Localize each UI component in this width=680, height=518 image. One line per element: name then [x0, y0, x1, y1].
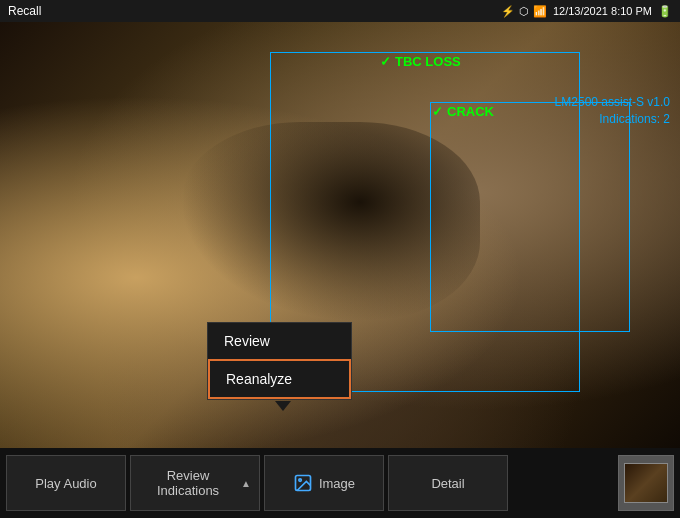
activity-icon: ⚡	[501, 5, 515, 18]
app-title: Recall	[8, 4, 41, 18]
review-indications-row: Review Indications ▲	[139, 468, 251, 498]
status-icons: ⚡ ⬡ 📶	[501, 5, 547, 18]
tbc-loss-label: TBC LOSS	[380, 54, 461, 69]
dropdown-item-review[interactable]: Review	[208, 323, 351, 359]
thumbnail-preview	[624, 463, 668, 503]
image-button[interactable]: Image	[264, 455, 384, 511]
datetime: 12/13/2021 8:10 PM	[553, 5, 652, 17]
crack-label: CRACK	[432, 104, 494, 119]
detail-button[interactable]: Detail	[388, 455, 508, 511]
svg-point-1	[299, 479, 302, 482]
image-label: Image	[319, 476, 355, 491]
dropdown-caret	[275, 401, 291, 411]
battery-icon: 🔋	[658, 5, 672, 18]
dropdown-menu: Review Reanalyze	[207, 322, 352, 400]
ai-model-label: LM2500 assist-S v1.0 Indications: 2	[555, 94, 670, 128]
status-bar: Recall ⚡ ⬡ 📶 12/13/2021 8:10 PM 🔋	[0, 0, 680, 22]
status-right: ⚡ ⬡ 📶 12/13/2021 8:10 PM 🔋	[501, 5, 672, 18]
dropdown-item-reanalyze[interactable]: Reanalyze	[208, 359, 351, 399]
wifi-icon: 📶	[533, 5, 547, 18]
review-indications-button[interactable]: Review Indications ▲	[130, 455, 260, 511]
bluetooth-icon: ⬡	[519, 5, 529, 18]
image-icon	[293, 473, 313, 493]
thumbnail-button[interactable]	[618, 455, 674, 511]
chevron-up-icon: ▲	[241, 478, 251, 489]
blade-dark-area	[180, 122, 480, 322]
bottom-toolbar: Play Audio Review Indications ▲ Image De…	[0, 448, 680, 518]
play-audio-button[interactable]: Play Audio	[6, 455, 126, 511]
